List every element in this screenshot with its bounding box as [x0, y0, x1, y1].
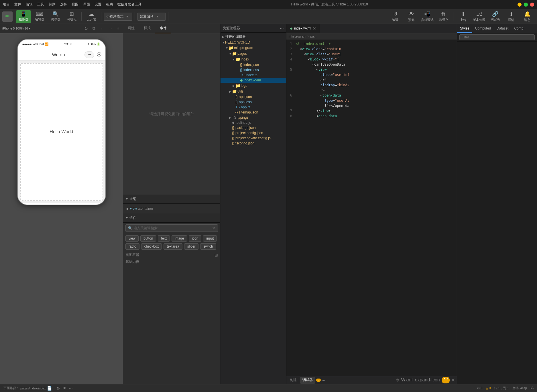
menu-interface[interactable]: 界面	[83, 2, 90, 7]
version-mgmt-button[interactable]: ⎇ 版本管理	[472, 10, 487, 23]
view-container-icon[interactable]: ⊞	[215, 253, 218, 257]
settings-icon[interactable]: ⚙	[56, 386, 60, 391]
menu-tools[interactable]: 工具	[37, 2, 44, 7]
comp-tag-text[interactable]: text	[158, 235, 170, 242]
close-button[interactable]	[530, 3, 534, 7]
cloud-button[interactable]: ☁ 云开发	[84, 10, 99, 23]
simulator-button[interactable]: 📱 模拟器	[16, 10, 31, 23]
comp-tag-view[interactable]: view	[125, 235, 139, 242]
index-wxml-file[interactable]: ◆ index.wxml	[221, 78, 286, 83]
expand-icon[interactable]: expand-icon	[414, 377, 440, 383]
utils-folder[interactable]: ▶ 📁 utils	[221, 89, 286, 94]
page-path-icon[interactable]: 📄	[47, 386, 52, 391]
close-devtools-icon[interactable]: ✕	[451, 377, 456, 383]
messages-button[interactable]: 🔔 消息	[520, 10, 535, 23]
maximize-button[interactable]	[524, 3, 528, 7]
miniprogram-folder[interactable]: ▼ 📁 miniprogram	[221, 45, 286, 51]
dataset-tab[interactable]: Dataset	[494, 24, 511, 33]
code-tab-close[interactable]: ✕	[313, 26, 316, 31]
menu-select[interactable]: 选择	[60, 2, 67, 7]
more-button[interactable]: ···	[322, 378, 325, 383]
folder-icon-index: 📁	[235, 57, 240, 62]
tab-style[interactable]: 样式	[139, 24, 155, 33]
root-folder[interactable]: ▼ HELLO WORLD	[221, 40, 286, 45]
test-button[interactable]: 🔗 测试号	[488, 10, 503, 23]
menu-settings[interactable]: 设置	[95, 2, 101, 7]
comp-tag-radio[interactable]: radio	[125, 243, 139, 250]
component-search[interactable]: 🔍 ✕	[125, 224, 218, 232]
search-clear-icon[interactable]: ✕	[212, 226, 215, 230]
forward-button[interactable]: →	[107, 26, 114, 32]
app-less-file[interactable]: {} app.less	[221, 99, 286, 105]
back-button[interactable]: ←	[99, 26, 105, 32]
component-search-input[interactable]	[133, 226, 211, 230]
comp-tab[interactable]: Comp	[511, 24, 526, 33]
code-tab-wxml[interactable]: ◆ index.wxml ✕	[286, 24, 320, 33]
tab-attribute[interactable]: 属性	[123, 24, 139, 33]
opened-editors-header[interactable]: ▶ 打开的编辑器	[221, 34, 286, 40]
mode-dropdown[interactable]: 小程序模式 ▼	[104, 13, 132, 21]
tab-event[interactable]: 事件	[155, 24, 171, 33]
tsconfig-file[interactable]: {} tsconfig.json	[221, 141, 286, 146]
computed-tab[interactable]: Computed	[472, 24, 494, 33]
compile-button[interactable]: ↺ 编译	[388, 10, 403, 23]
devtools-console-icon[interactable]: ⎋	[396, 377, 400, 383]
outline-view-container[interactable]: ▶ view .container	[125, 206, 218, 211]
debugger-tab[interactable]: 调试器	[300, 377, 315, 384]
typings-folder[interactable]: ▶ TS typings	[221, 115, 286, 120]
menu-goto[interactable]: 转到	[49, 2, 56, 7]
menu-project[interactable]: 项目	[3, 2, 10, 7]
project-private-file[interactable]: {} project.private.config.js...	[221, 136, 286, 141]
rotate-button[interactable]: ↻	[83, 26, 89, 32]
menu-help[interactable]: 帮助	[106, 2, 113, 7]
compile-dropdown[interactable]: 普通编译 ▼	[137, 13, 166, 21]
styles-tab[interactable]: Styles	[457, 24, 472, 33]
comp-tag-button[interactable]: button	[140, 235, 156, 242]
app-ts-file[interactable]: TS app.ts	[221, 105, 286, 110]
upload-button[interactable]: ⬆ 上传	[456, 10, 471, 23]
comp-tag-switch[interactable]: switch	[200, 243, 216, 250]
preview-button[interactable]: 👁 预览	[404, 10, 419, 23]
clear-cache-button[interactable]: 🗑 清缓存	[436, 10, 451, 23]
index-json-file[interactable]: {} index.json	[221, 62, 286, 67]
wxml-tab-label[interactable]: Wxml	[401, 377, 413, 383]
app-json-file[interactable]: {} app.json	[221, 94, 286, 99]
wechat-dots-button[interactable]: •••	[84, 51, 95, 58]
comp-tag-image[interactable]: image	[172, 235, 187, 242]
new-file-icon[interactable]: ⋯	[280, 26, 284, 31]
real-debug-button[interactable]: 📲 真机调试	[420, 10, 435, 23]
filter-input[interactable]	[459, 34, 535, 40]
eslint-file[interactable]: ◆ .eslintrc.js	[221, 120, 286, 125]
crop-button[interactable]: ⌗	[116, 26, 121, 32]
comp-tag-checkbox[interactable]: checkbox	[141, 243, 162, 250]
pages-folder[interactable]: ▼ 📁 pages	[221, 51, 286, 56]
devtools-filter[interactable]	[457, 33, 537, 42]
comp-tag-icon[interactable]: icon	[189, 235, 201, 242]
visual-button[interactable]: ⊞ 可视化	[64, 10, 79, 23]
index-ts-file[interactable]: TS index.ts	[221, 72, 286, 78]
code-editor-content[interactable]: 1 <!--index.wxml--> 2 <view class="conta…	[286, 40, 457, 376]
menu-view[interactable]: 视图	[72, 2, 78, 7]
logs-folder[interactable]: ▶ 📁 logs	[221, 83, 286, 89]
package-json-file[interactable]: {} package.json	[221, 125, 286, 130]
camera-icon[interactable]: ⦿	[97, 52, 102, 58]
code-tab-wxml-icon: ◆	[290, 26, 292, 30]
comp-tag-input[interactable]: input	[203, 235, 217, 242]
details-button[interactable]: ℹ 详情	[504, 10, 519, 23]
menu-file[interactable]: 文件	[14, 2, 21, 7]
comp-tag-textarea[interactable]: textarea	[164, 243, 182, 250]
eye-icon[interactable]: 👁	[62, 386, 66, 391]
comp-tag-slider[interactable]: slider	[184, 243, 199, 250]
more-status-icon[interactable]: ⋯	[69, 386, 73, 391]
index-folder[interactable]: ▼ 📁 index	[221, 56, 286, 62]
new-window-button[interactable]: ⧉	[91, 26, 97, 32]
menu-edit[interactable]: 编辑	[26, 2, 33, 7]
minimize-button[interactable]	[518, 3, 522, 7]
debugger-button[interactable]: 🔍 调试器	[48, 10, 63, 23]
editor-button[interactable]: ⌨ 编辑器	[32, 10, 47, 23]
project-config-file[interactable]: {} project.config.json	[221, 130, 286, 136]
index-less-file[interactable]: {} index.less	[221, 67, 286, 72]
menu-bar[interactable]: 项目 文件 编辑 工具 转到 选择 视图 界面 设置 帮助 微信开发者工具	[3, 2, 141, 7]
menu-wechat-tools[interactable]: 微信开发者工具	[117, 2, 141, 7]
sitemap-json-file[interactable]: {} sitemap.json	[221, 110, 286, 115]
